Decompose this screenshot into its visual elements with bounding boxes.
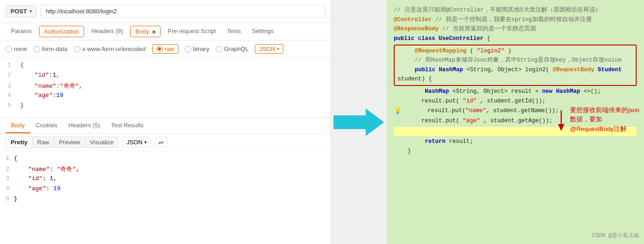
radio-graphql[interactable]: GraphQL bbox=[216, 45, 248, 52]
request-tabs: Params Authorization Headers (9) Body Pr… bbox=[0, 23, 331, 40]
code-line-responsebody: @ResponseBody // 当前类返回的是一个非静态页面 bbox=[394, 24, 637, 34]
req-line-1: 1 { bbox=[0, 62, 331, 72]
code-line-class: public class UseController { bbox=[394, 34, 637, 44]
code-line-mapping: @RequestMapping ( "login2" ) bbox=[397, 46, 633, 56]
response-panel: Body Cookies Headers (5) Test Results Pr… bbox=[0, 118, 331, 209]
resp-line-4: 4 "age": 19 bbox=[0, 185, 331, 195]
radio-raw-circle bbox=[156, 46, 163, 52]
tab-headers[interactable]: Headers (9) bbox=[86, 23, 129, 40]
resp-line-5: 5 } bbox=[0, 195, 331, 205]
code-line-put-id: result.put( "id" , student.getId()); bbox=[394, 96, 637, 106]
wrap-button[interactable]: ⇌ bbox=[155, 137, 167, 148]
response-toolbar: Pretty Raw Preview Visualize JSON ▾ ⇌ bbox=[0, 134, 331, 151]
svg-marker-2 bbox=[558, 124, 564, 131]
resp-tab-body[interactable]: Body bbox=[6, 118, 30, 133]
radio-none[interactable]: none bbox=[6, 45, 27, 52]
view-mode-group: Pretty Raw Preview Visualize bbox=[6, 136, 119, 148]
req-line-2: 2 "id":1, bbox=[0, 72, 331, 82]
radio-form-data-circle bbox=[34, 46, 40, 52]
code-line-comment1: // 注意这里只能用@Controller，不能用其他5大类注解（原因稍后在再说… bbox=[394, 6, 637, 15]
radio-urlencoded-circle bbox=[74, 46, 80, 52]
code-line-controller: @Controller // 我是一个控制器，我要在spring加载的时候自动并… bbox=[394, 15, 637, 25]
code-line-comment-hm: // 用HashMap来储存Json对象，其中String是存放key，Obje… bbox=[397, 56, 633, 65]
annotation-area: 要想接收前端传来的json数据，要加@RequestBody注解 bbox=[554, 106, 639, 134]
resp-line-1: 1 { bbox=[0, 155, 331, 165]
url-bar: POST ▾ bbox=[0, 0, 331, 23]
resp-line-3: 3 "id": 1, bbox=[0, 175, 331, 185]
resp-tab-cookies[interactable]: Cookies bbox=[30, 118, 63, 133]
tab-tests[interactable]: Tests bbox=[221, 23, 246, 40]
code-line-return: return result; bbox=[394, 137, 637, 147]
code-screenshot: // 注意这里只能用@Controller，不能用其他5大类注解（原因稍后在再说… bbox=[386, 0, 644, 244]
radio-form-data[interactable]: form-data bbox=[34, 45, 68, 52]
method-label: POST bbox=[11, 8, 27, 15]
annotation-text: 要想接收前端传来的json数据，要加@RequestBody注解 bbox=[570, 106, 639, 134]
method-chevron-icon: ▾ bbox=[29, 9, 32, 14]
request-body-code: 1 { 2 "id":1, 3 "name":"奇奇", 4 "age":19 bbox=[0, 58, 331, 118]
radio-raw[interactable]: raw bbox=[152, 44, 178, 54]
tab-body[interactable]: Body bbox=[130, 26, 160, 37]
code-line-public-method: public HashMap <String, Object> login2( … bbox=[397, 65, 633, 84]
response-tabs: Body Cookies Headers (5) Test Results bbox=[0, 118, 331, 134]
arrow-icon bbox=[334, 106, 384, 138]
radio-binary[interactable]: binary bbox=[185, 45, 209, 52]
radio-none-circle bbox=[6, 46, 12, 52]
tab-authorization[interactable]: Authorization bbox=[39, 26, 84, 37]
req-line-5: 5 } bbox=[0, 102, 331, 112]
right-panel: // 注意这里只能用@Controller，不能用其他5大类注解（原因稍后在再说… bbox=[386, 0, 644, 244]
code-line-hashmap-new: HashMap <String, Object> result = new Ha… bbox=[394, 87, 637, 96]
request-body-lines: 1 { 2 "id":1, 3 "name":"奇奇", 4 "age":19 bbox=[0, 58, 331, 116]
req-line-3: 3 "name":"奇奇", bbox=[0, 82, 331, 92]
view-pretty[interactable]: Pretty bbox=[6, 137, 33, 148]
tab-params[interactable]: Params bbox=[6, 23, 37, 40]
view-visualize[interactable]: Visualize bbox=[85, 137, 118, 148]
response-format-select[interactable]: JSON ▾ bbox=[122, 137, 151, 148]
arrow-area bbox=[331, 0, 386, 244]
left-panel: POST ▾ Params Authorization Headers (9) … bbox=[0, 0, 331, 244]
json-format-select[interactable]: JSON ▾ bbox=[255, 44, 283, 54]
url-input[interactable] bbox=[40, 5, 325, 18]
radio-binary-circle bbox=[185, 46, 191, 52]
view-raw[interactable]: Raw bbox=[33, 137, 54, 148]
red-annotation-arrow bbox=[554, 110, 568, 133]
highlighted-block: @RequestMapping ( "login2" ) // 用HashMap… bbox=[394, 45, 637, 86]
radio-graphql-circle bbox=[216, 46, 222, 52]
watermark: CSDN @是小鱼儿哈 bbox=[592, 232, 639, 240]
code-line-close-brace: } bbox=[394, 147, 637, 156]
body-dot bbox=[152, 30, 155, 34]
resp-line-2: 2 "name": "奇奇", bbox=[0, 165, 331, 175]
lightbulb-icon: 💡 bbox=[394, 106, 402, 116]
resp-tab-test-results[interactable]: Test Results bbox=[105, 118, 149, 133]
resp-tab-headers[interactable]: Headers (5) bbox=[63, 118, 106, 133]
tab-pre-request-script[interactable]: Pre-request Script bbox=[162, 23, 222, 40]
tab-settings[interactable]: Settings bbox=[247, 23, 279, 40]
radio-urlencoded[interactable]: x-www-form-urlencoded bbox=[74, 45, 146, 52]
req-line-4: 4 "age":19 bbox=[0, 92, 331, 102]
svg-marker-0 bbox=[334, 108, 384, 136]
method-select[interactable]: POST ▾ bbox=[6, 5, 37, 17]
body-type-row: none form-data x-www-form-urlencoded raw… bbox=[0, 40, 331, 58]
response-body-code: 1 { 2 "name": "奇奇", 3 "id": 1, 4 "age": … bbox=[0, 151, 331, 209]
view-preview[interactable]: Preview bbox=[54, 137, 85, 148]
